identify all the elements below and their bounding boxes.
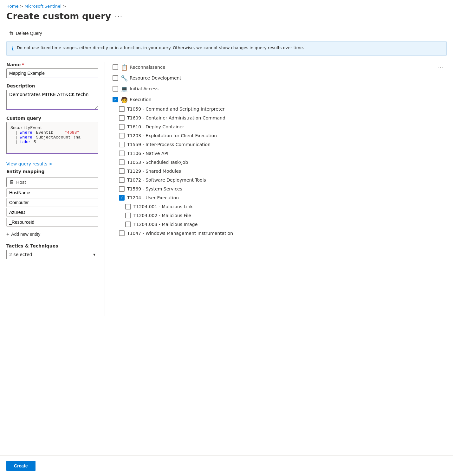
- custom-query-field-group: Custom query SecurityEvent | where Event…: [6, 116, 98, 154]
- info-icon: ℹ️: [12, 46, 14, 52]
- technique-checkbox-t1610[interactable]: [119, 124, 125, 130]
- tactic-checkbox-execution[interactable]: [113, 97, 118, 102]
- technique-t1204-003: T1204.003 - Malicious Image: [111, 220, 445, 229]
- chevron-down-icon: ▾: [93, 252, 95, 257]
- query-editor[interactable]: SecurityEvent | where EventID == "4688" …: [6, 122, 98, 154]
- entity-type-name: Host: [16, 180, 95, 185]
- technique-t1106: T1106 - Native API: [111, 149, 445, 158]
- name-field-group: Name *: [6, 62, 98, 78]
- technique-t1609: T1609 - Container Administration Command: [111, 113, 445, 122]
- technique-t1610: T1610 - Deploy Container: [111, 122, 445, 131]
- trash-icon: 🗑: [9, 30, 14, 36]
- technique-t1569: T1569 - System Services: [111, 184, 445, 193]
- entity-host-block: 🖥 Host: [6, 177, 98, 228]
- tactic-initial-access: 💻 Initial Access: [111, 84, 445, 94]
- technique-t1047: T1047 - Windows Management Instrumentati…: [111, 229, 445, 238]
- technique-t1204: T1204 - User Execution: [111, 193, 445, 202]
- tactic-label: Reconnaissance: [130, 65, 435, 70]
- technique-checkbox-t1203[interactable]: [119, 133, 125, 138]
- initial-access-icon: 💻: [121, 86, 127, 92]
- resource-development-icon: 🔧: [121, 75, 127, 81]
- entity-mapping-title: Entity mapping: [6, 169, 98, 174]
- tactic-label: Execution: [130, 97, 444, 102]
- entity-field-computer[interactable]: [6, 198, 98, 207]
- tactic-label: Initial Access: [130, 86, 444, 91]
- tactic-checkbox-initial-access[interactable]: [113, 86, 118, 92]
- description-label: Description: [6, 83, 98, 88]
- description-input[interactable]: [6, 90, 98, 110]
- technique-checkbox-t1047[interactable]: [119, 230, 125, 236]
- tactic-reconnaissance: 📋 Reconnaissance ···: [111, 62, 445, 72]
- delete-query-button[interactable]: 🗑 Delete Query: [6, 29, 44, 37]
- entity-field-azureid[interactable]: [6, 208, 98, 217]
- left-panel: Name * Description Custom query Security…: [6, 62, 105, 316]
- technique-t1072: T1072 - Software Deployment Tools: [111, 176, 445, 184]
- breadcrumb: Home > Microsoft Sentinel >: [0, 0, 453, 11]
- info-banner: ℹ️ Do not use fixed time ranges, either …: [6, 41, 447, 56]
- name-input[interactable]: [6, 68, 98, 78]
- page-title: Create custom query: [6, 11, 111, 22]
- add-entity-button[interactable]: + Add new entity: [6, 230, 40, 238]
- tactic-resource-development: 🔧 Resource Development: [111, 73, 445, 83]
- technique-t1204-001: T1204.001 - Malicious Link: [111, 202, 445, 211]
- technique-checkbox-t1204[interactable]: [119, 195, 125, 201]
- tactic-label: Resource Development: [130, 75, 444, 80]
- host-icon: 🖥: [9, 179, 14, 185]
- main-layout: Name * Description Custom query Security…: [0, 62, 453, 316]
- description-field-group: Description: [6, 83, 98, 111]
- tactic-parent-row: 📋 Reconnaissance ···: [111, 62, 445, 72]
- tactics-section: Tactics & Techniques 2 selected ▾: [6, 243, 98, 259]
- technique-checkbox-t1204-002[interactable]: [125, 213, 131, 218]
- entity-field-hostname[interactable]: [6, 188, 98, 197]
- technique-checkbox-t1569[interactable]: [119, 186, 125, 192]
- technique-t1203: T1203 - Exploitation for Client Executio…: [111, 131, 445, 140]
- query-line-2: | where EventID == "4688": [10, 130, 94, 135]
- entity-field-resourceid[interactable]: [6, 218, 98, 227]
- view-query-results-link[interactable]: View query results >: [6, 161, 53, 166]
- page-options-button[interactable]: ···: [115, 13, 123, 20]
- technique-t1559: T1559 - Inter-Process Communication: [111, 140, 445, 149]
- execution-icon: 🧑: [121, 96, 127, 103]
- technique-checkbox-t1204-001[interactable]: [125, 204, 131, 209]
- technique-checkbox-t1053[interactable]: [119, 159, 125, 165]
- tactic-checkbox-resource-development[interactable]: [113, 75, 118, 81]
- technique-t1129: T1129 - Shared Modules: [111, 167, 445, 176]
- tactics-selected-value: 2 selected: [9, 252, 32, 257]
- required-indicator: *: [22, 62, 24, 67]
- tactics-label: Tactics & Techniques: [6, 243, 98, 248]
- tactics-dropdown[interactable]: 2 selected ▾: [6, 250, 98, 259]
- info-banner-text: Do not use fixed time ranges, either dir…: [17, 45, 304, 50]
- entity-mapping-section: Entity mapping 🖥 Host + Add new entity: [6, 169, 98, 238]
- tactic-execution: 🧑 Execution T1059 - Command and Scriptin…: [111, 94, 445, 238]
- technique-checkbox-t1129[interactable]: [119, 168, 125, 174]
- custom-query-label: Custom query: [6, 116, 98, 121]
- technique-t1204-002: T1204.002 - Malicious File: [111, 211, 445, 220]
- tactic-parent-row: 🔧 Resource Development: [111, 73, 445, 83]
- tactic-parent-row: 💻 Initial Access: [111, 84, 445, 94]
- plus-icon: +: [6, 231, 9, 237]
- query-line-4: | take 5: [10, 140, 94, 145]
- reconnaissance-icon: 📋: [121, 64, 127, 70]
- technique-checkbox-t1559[interactable]: [119, 142, 125, 147]
- query-line-1: SecurityEvent: [10, 125, 94, 130]
- entity-type-selector[interactable]: 🖥 Host: [6, 177, 98, 187]
- name-label: Name *: [6, 62, 98, 67]
- technique-checkbox-t1072[interactable]: [119, 177, 125, 183]
- page-header: Create custom query ···: [0, 11, 453, 27]
- technique-checkbox-t1106[interactable]: [119, 151, 125, 156]
- tactic-options-button[interactable]: ···: [437, 64, 444, 70]
- tactics-checklist: 📋 Reconnaissance ··· 🔧 Resource Developm…: [111, 62, 447, 238]
- bottom-bar: Create: [0, 455, 453, 476]
- toolbar: 🗑 Delete Query: [0, 27, 453, 41]
- breadcrumb-sentinel[interactable]: Microsoft Sentinel: [25, 4, 61, 9]
- right-panel: 📋 Reconnaissance ··· 🔧 Resource Developm…: [105, 62, 447, 316]
- technique-checkbox-t1204-003[interactable]: [125, 222, 131, 227]
- tactic-parent-row: 🧑 Execution: [111, 94, 445, 105]
- tactic-checkbox-reconnaissance[interactable]: [113, 64, 118, 70]
- technique-t1053: T1053 - Scheduled Task/Job: [111, 158, 445, 167]
- technique-t1059: T1059 - Command and Scripting Interprete…: [111, 105, 445, 113]
- technique-checkbox-t1059[interactable]: [119, 106, 125, 112]
- technique-checkbox-t1609[interactable]: [119, 115, 125, 121]
- create-button[interactable]: Create: [6, 461, 36, 471]
- breadcrumb-home[interactable]: Home: [6, 4, 18, 9]
